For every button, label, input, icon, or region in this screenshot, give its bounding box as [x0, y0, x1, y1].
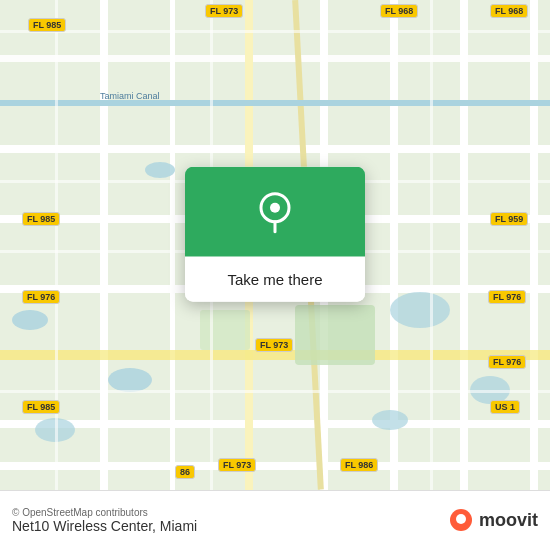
- moovit-pin-icon: [447, 507, 475, 535]
- bottom-bar: © OpenStreetMap contributors Net10 Wirel…: [0, 490, 550, 550]
- take-me-there-button[interactable]: Take me there: [185, 257, 365, 302]
- road-label-fl973-bot2: FL 973: [218, 458, 256, 472]
- svg-point-19: [12, 310, 48, 330]
- svg-point-40: [456, 514, 466, 524]
- svg-rect-10: [170, 0, 175, 490]
- road-label-fl976-right: FL 976: [488, 290, 526, 304]
- attribution: © OpenStreetMap contributors: [12, 507, 197, 518]
- road-label-fl973-top: FL 973: [205, 4, 243, 18]
- svg-rect-27: [200, 310, 250, 350]
- location-name: Net10 Wireless Center, Miami: [12, 518, 197, 534]
- svg-rect-32: [430, 0, 433, 490]
- road-label-fl959: FL 959: [490, 212, 528, 226]
- road-label-fl985-mid: FL 985: [22, 212, 60, 226]
- svg-rect-33: [0, 30, 550, 33]
- svg-rect-26: [295, 305, 375, 365]
- svg-rect-14: [460, 0, 468, 490]
- svg-point-38: [270, 203, 280, 213]
- road-label-fl976-left: FL 976: [22, 290, 60, 304]
- road-label-fl86: 86: [175, 465, 195, 479]
- moovit-text: moovit: [479, 510, 538, 531]
- map: Tamiami Canal FL 985 FL 973 FL 968 FL 96…: [0, 0, 550, 490]
- svg-rect-36: [0, 390, 550, 393]
- road-label-fl968-2: FL 968: [490, 4, 528, 18]
- road-label-fl985-top: FL 985: [28, 18, 66, 32]
- road-label-us1: US 1: [490, 400, 520, 414]
- road-label-fl976-bot: FL 976: [488, 355, 526, 369]
- road-label-fl986: FL 986: [340, 458, 378, 472]
- svg-point-23: [145, 162, 175, 178]
- moovit-logo: moovit: [447, 507, 538, 535]
- svg-point-21: [390, 292, 450, 328]
- svg-point-25: [372, 410, 408, 430]
- location-info: © OpenStreetMap contributors Net10 Wirel…: [12, 507, 197, 534]
- location-pin-icon: [253, 190, 297, 234]
- road-label-fl985-bot: FL 985: [22, 400, 60, 414]
- popup-card: Take me there: [185, 167, 365, 302]
- svg-text:Tamiami Canal: Tamiami Canal: [100, 91, 160, 101]
- popup-header: [185, 167, 365, 257]
- svg-rect-9: [100, 0, 108, 490]
- svg-rect-15: [530, 0, 538, 490]
- svg-point-20: [108, 368, 152, 392]
- svg-rect-30: [55, 0, 58, 490]
- road-label-fl973-bot: FL 973: [255, 338, 293, 352]
- road-label-fl968-1: FL 968: [380, 4, 418, 18]
